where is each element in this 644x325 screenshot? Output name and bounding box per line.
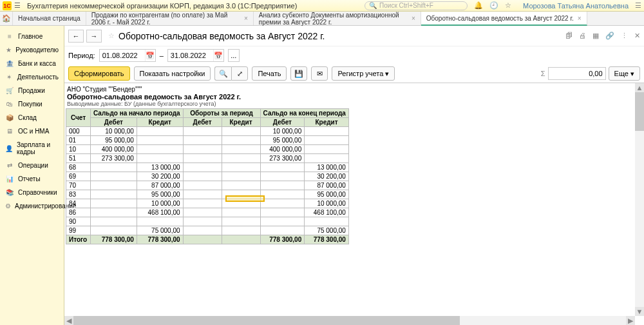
window-menu-icon[interactable]: ☰ <box>635 1 641 10</box>
cell-amount[interactable]: 75 000,00 <box>305 226 349 235</box>
cell-amount[interactable]: 778 300,00 <box>137 235 183 244</box>
back-button[interactable]: ← <box>68 30 84 43</box>
cell-amount[interactable] <box>183 172 222 181</box>
cell-amount[interactable] <box>137 217 183 226</box>
cell-account[interactable]: 69 <box>66 172 91 181</box>
cell-amount[interactable] <box>222 136 260 145</box>
cell-amount[interactable]: 10 000,00 <box>305 199 349 208</box>
cell-amount[interactable] <box>183 190 222 199</box>
spreadsheet-icon[interactable]: ▦ <box>592 32 599 40</box>
cell-account[interactable]: 68 <box>66 163 91 172</box>
find-button[interactable]: 🔍 <box>214 66 231 81</box>
home-icon[interactable]: 🏠 <box>0 12 13 25</box>
cell-amount[interactable] <box>222 172 260 181</box>
star-icon[interactable]: ☆ <box>505 1 511 10</box>
sidebar-item[interactable]: ★Руководителю <box>0 43 64 57</box>
cell-amount[interactable]: 87 000,00 <box>305 181 349 190</box>
cell-amount[interactable] <box>91 172 137 181</box>
register-button[interactable]: Регистр учета ▾ <box>332 66 395 81</box>
cell-amount[interactable]: 87 000,00 <box>137 181 183 190</box>
cell-amount[interactable] <box>183 154 222 163</box>
cell-amount[interactable] <box>260 163 305 172</box>
cell-account[interactable]: 86 <box>66 208 91 217</box>
cell-account[interactable]: Итого <box>66 235 91 244</box>
cell-account[interactable]: 000 <box>66 127 91 136</box>
history-icon[interactable]: 🕘 <box>489 1 498 10</box>
cell-amount[interactable]: 400 000,00 <box>91 145 137 154</box>
bell-icon[interactable]: 🔔 <box>474 1 483 10</box>
sidebar-item[interactable]: 🛍Покупки <box>0 97 64 111</box>
cell-amount[interactable] <box>305 145 349 154</box>
cell-amount[interactable]: 10 000,00 <box>260 127 305 136</box>
forward-button[interactable]: → <box>86 30 102 43</box>
cell-amount[interactable]: 468 100,00 <box>305 208 349 217</box>
cell-amount[interactable] <box>305 154 349 163</box>
close-tab-icon[interactable]: × <box>578 15 582 22</box>
cell-amount[interactable]: 13 000,00 <box>137 163 183 172</box>
cell-amount[interactable] <box>137 145 183 154</box>
show-settings-button[interactable]: Показать настройки <box>134 66 211 81</box>
link-icon[interactable]: 🔗 <box>605 32 614 40</box>
cell-amount[interactable] <box>91 208 137 217</box>
date-to-input[interactable] <box>168 52 213 59</box>
cell-amount[interactable] <box>260 181 305 190</box>
cell-amount[interactable] <box>137 154 183 163</box>
user-name[interactable]: Морозова Татьяна Анатольевна <box>523 2 629 10</box>
cell-amount[interactable]: 30 200,00 <box>305 172 349 181</box>
cell-account[interactable]: 99 <box>66 226 91 235</box>
close-tab-icon[interactable]: × <box>412 15 415 22</box>
sidebar-item[interactable]: ≡Главное <box>0 30 64 43</box>
menu-icon[interactable]: ☰ <box>14 1 23 10</box>
scroll-up-icon[interactable]: ▲ <box>635 83 644 92</box>
cell-amount[interactable]: 778 300,00 <box>305 235 349 244</box>
tab[interactable]: Анализ субконто Документы амортизационно… <box>254 12 421 25</box>
sidebar-item[interactable]: 🖥ОС и НМА <box>0 124 64 138</box>
cell-account[interactable]: 70 <box>66 181 91 190</box>
cell-amount[interactable] <box>222 217 260 226</box>
cell-amount[interactable] <box>260 208 305 217</box>
cell-amount[interactable] <box>260 199 305 208</box>
cell-amount[interactable] <box>305 217 349 226</box>
scroll-thumb[interactable] <box>73 316 460 325</box>
cell-amount[interactable] <box>305 136 349 145</box>
horizontal-scrollbar[interactable]: ◀ ▶ <box>64 316 635 325</box>
cell-amount[interactable] <box>183 226 222 235</box>
cell-amount[interactable] <box>91 199 137 208</box>
cell-account[interactable]: 90 <box>66 217 91 226</box>
scroll-left-icon[interactable]: ◀ <box>64 316 73 325</box>
tab[interactable]: Оборотно-сальдовая ведомость за Август 2… <box>421 12 587 26</box>
cell-amount[interactable] <box>222 163 260 172</box>
cell-amount[interactable] <box>222 208 260 217</box>
calendar-icon[interactable]: 📅 <box>213 50 223 61</box>
tab[interactable]: Продажи по контрагентам (по оплате) за М… <box>86 12 254 25</box>
cell-amount[interactable] <box>91 181 137 190</box>
print-icon[interactable]: 🖨 <box>579 32 586 40</box>
cell-amount[interactable]: 95 000,00 <box>260 136 305 145</box>
sidebar-item[interactable]: 📦Склад <box>0 111 64 124</box>
generate-button[interactable]: Сформировать <box>68 66 130 81</box>
cell-amount[interactable]: 95 000,00 <box>305 190 349 199</box>
cell-amount[interactable] <box>183 163 222 172</box>
cell-amount[interactable]: 75 000,00 <box>137 226 183 235</box>
cell-account[interactable]: 51 <box>66 154 91 163</box>
more-button[interactable]: Еще ▾ <box>609 66 640 81</box>
close-tab-icon[interactable]: × <box>244 15 248 22</box>
close-icon[interactable]: ✕ <box>634 32 640 40</box>
scroll-thumb[interactable] <box>635 92 644 131</box>
cell-amount[interactable]: 10 000,00 <box>137 199 183 208</box>
cell-amount[interactable] <box>183 181 222 190</box>
sidebar-item[interactable]: ⇄Операции <box>0 159 64 172</box>
sidebar-item[interactable]: 📊Отчеты <box>0 172 64 186</box>
expand-button[interactable]: ⤢ <box>231 66 248 81</box>
cell-amount[interactable] <box>91 226 137 235</box>
more-icon[interactable]: ⋮ <box>621 32 628 40</box>
sidebar-item[interactable]: ✶Деятельность <box>0 70 64 84</box>
tab[interactable]: Начальная страница <box>13 12 86 25</box>
cell-amount[interactable] <box>183 145 222 154</box>
cell-amount[interactable] <box>183 235 222 244</box>
cell-amount[interactable]: 10 000,00 <box>91 127 137 136</box>
cell-account[interactable]: 83 <box>66 190 91 199</box>
sidebar-item[interactable]: 🏦Банк и касса <box>0 57 64 70</box>
cell-amount[interactable]: 13 000,00 <box>305 163 349 172</box>
cell-amount[interactable] <box>183 217 222 226</box>
